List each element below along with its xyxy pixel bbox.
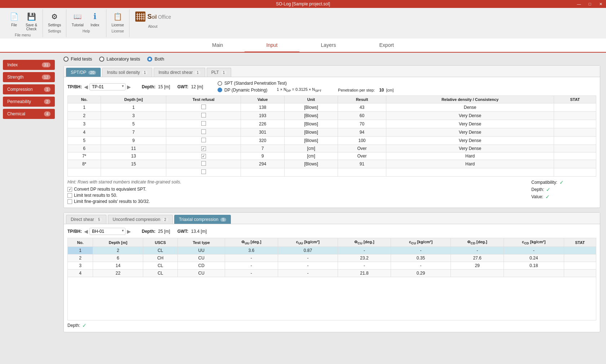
tab-export[interactable]: Export [358, 39, 416, 53]
cell-density: Dense [386, 103, 554, 112]
tab-spt-dp[interactable]: SPT/DP 20 [66, 68, 101, 77]
tab-main[interactable]: Main [190, 39, 245, 53]
cell-refusal[interactable] [166, 160, 241, 168]
tab-input[interactable]: Input [245, 39, 299, 53]
cell-refusal[interactable] [166, 137, 241, 145]
app-title: SO-Log [Sample project.sol] [276, 1, 330, 6]
cell-no: 3 [68, 262, 93, 270]
refusal-checkbox[interactable] [201, 121, 206, 126]
toolbar-license-group: 📋 License License [106, 9, 129, 37]
depth-status-upper: Depth: ✓ [531, 187, 596, 192]
table-row[interactable]: 2 3 193 [Blows] 60 Very Dense [68, 112, 596, 120]
table-row[interactable]: 5 9 320 [Blows] 100 Very Dense [68, 137, 596, 145]
convert-dp-checkbox[interactable] [67, 187, 72, 192]
sidebar-item-index[interactable]: Index 31 [3, 60, 55, 70]
table-row-new[interactable] [68, 168, 596, 177]
cell-no: 2 [68, 112, 101, 120]
tcol-stat: STAT [564, 238, 596, 247]
table-row[interactable]: 3 14 CL CD - - - - 29 0.18 [68, 262, 596, 270]
refusal-checkbox[interactable] [201, 105, 206, 109]
close-button[interactable]: ✕ [595, 0, 606, 8]
upper-next-arrow[interactable]: ▶ [127, 84, 131, 90]
value-status: Value: ✓ [531, 194, 596, 200]
table-row[interactable]: 2 6 CH CU - - 23.2 0.35 27.6 0.24 [68, 254, 596, 262]
table-row[interactable]: 4 7 301 [Blows] 94 Very Dense [68, 128, 596, 137]
tab-unconfined-compression[interactable]: Unconfined compression 2 [108, 215, 173, 224]
cell-refusal[interactable] [166, 112, 241, 120]
cell-unit: [cm] [285, 152, 338, 160]
save-check-button[interactable]: 💾 Save &Check [23, 9, 40, 32]
field-tests-label: Field tests [71, 56, 92, 62]
lab-tests-radio[interactable]: Laboratory tests [99, 56, 140, 62]
sidebar-item-strength[interactable]: Strength 12 [3, 72, 55, 82]
cell-refusal[interactable] [166, 120, 241, 128]
table-row[interactable]: 7* 13 9 [cm] Over Hard [68, 152, 596, 160]
file-group-label: File menu [15, 33, 31, 37]
col-stat: STAT [554, 96, 596, 103]
upper-hints: Hint: Rows with starred numbers indicate… [67, 179, 524, 204]
table-row[interactable]: 1 1 138 [Blows] 43 Dense [68, 103, 596, 112]
cell-unit: [Blows] [285, 103, 338, 112]
field-tests-radio[interactable]: Field tests [63, 56, 92, 62]
index-help-button[interactable]: ℹ Index [87, 9, 103, 28]
sidebar-item-chemical[interactable]: Chemical 4 [3, 109, 55, 119]
refusal-checkbox[interactable] [201, 129, 206, 134]
dp-option[interactable]: DP (Dynamic Probing) 1 × NDP = 0.3125 × … [218, 87, 394, 93]
nav-tabs: Main Input Layers Export [0, 39, 606, 53]
sidebar-item-permeability[interactable]: Permeability 2 [3, 97, 55, 107]
cell-no: 7* [68, 152, 101, 160]
cell-stat [554, 128, 596, 137]
tab-insitu-soil-density[interactable]: Insitu soil density 1 [102, 68, 152, 77]
spt-option[interactable]: SPT (Standard Penetration Test) [218, 81, 394, 86]
cell-stat [564, 270, 596, 277]
settings-button[interactable]: ⚙ Settings [46, 9, 63, 28]
table-row[interactable]: 8* 15 294 [Blows] 91 Hard [68, 160, 596, 168]
tcol-phi-cu: ΦCU [deg.] [338, 238, 391, 247]
cell-refusal[interactable] [166, 128, 241, 137]
lower-prev-arrow[interactable]: ◀ [84, 228, 88, 234]
table-row[interactable]: 4 22 CL CU - - 21.8 0.29 [68, 270, 596, 277]
cell-refusal[interactable] [166, 145, 241, 152]
tab-insitu-direct-shear[interactable]: Insitu direct shear 1 [154, 68, 205, 77]
maximize-button[interactable]: □ [584, 0, 595, 8]
cell-phi-cu: - [338, 262, 391, 270]
lower-depth: Depth: 25 [m] [142, 229, 170, 234]
refusal-checkbox[interactable] [201, 154, 206, 159]
upper-prev-arrow[interactable]: ◀ [84, 84, 88, 90]
compatibility-status: Compatibility: ✓ [531, 179, 596, 185]
table-row[interactable]: 3 5 226 [Blows] 70 Very Dense [68, 120, 596, 128]
refusal-checkbox[interactable] [201, 161, 206, 166]
license-group-label: License [111, 29, 124, 33]
settings-icon: ⚙ [49, 11, 60, 22]
cell-phi-uu: 3.6 [225, 247, 278, 254]
refusal-checkbox[interactable] [201, 146, 206, 151]
tab-plt[interactable]: PLT 1 [207, 68, 232, 77]
cell-phi-cd [451, 270, 504, 277]
tutorial-button[interactable]: 📖 Tutorial [69, 9, 86, 28]
limit-fine-checkbox[interactable] [67, 199, 72, 204]
cell-result: Over [338, 145, 386, 152]
tab-triaxial-compression[interactable]: Triaxial compression 5 [174, 215, 231, 224]
table-row[interactable]: 6 11 7 [cm] Over Very Dense [68, 145, 596, 152]
value-check: ✓ [545, 194, 550, 200]
file-button[interactable]: 📄 File [6, 9, 22, 32]
cell-density: Very Dense [386, 145, 554, 152]
minimize-button[interactable]: — [574, 0, 584, 8]
refusal-checkbox[interactable] [201, 138, 206, 142]
limit-50-checkbox[interactable] [67, 193, 72, 198]
cell-refusal[interactable] [166, 103, 241, 112]
new-refusal-checkbox[interactable] [201, 169, 206, 174]
cell-refusal[interactable] [166, 152, 241, 160]
license-button[interactable]: 📋 License [109, 9, 126, 28]
upper-gwt: GWT: 12 [m] [177, 84, 203, 89]
tab-direct-shear[interactable]: Direct shear 5 [66, 215, 106, 224]
lower-next-arrow[interactable]: ▶ [127, 228, 131, 234]
lower-tpbh-select[interactable]: BH-01 [89, 228, 126, 235]
sidebar-item-compression[interactable]: Compression 1 [3, 84, 55, 94]
refusal-checkbox[interactable] [201, 113, 206, 117]
upper-tpbh-select[interactable]: TP-01 [89, 83, 126, 90]
cell-stat [554, 137, 596, 145]
both-radio[interactable]: Both [147, 56, 164, 62]
table-row[interactable]: 1 2 CL UU 3.6 0.87 - - - - [68, 247, 596, 254]
tab-layers[interactable]: Layers [299, 39, 358, 53]
